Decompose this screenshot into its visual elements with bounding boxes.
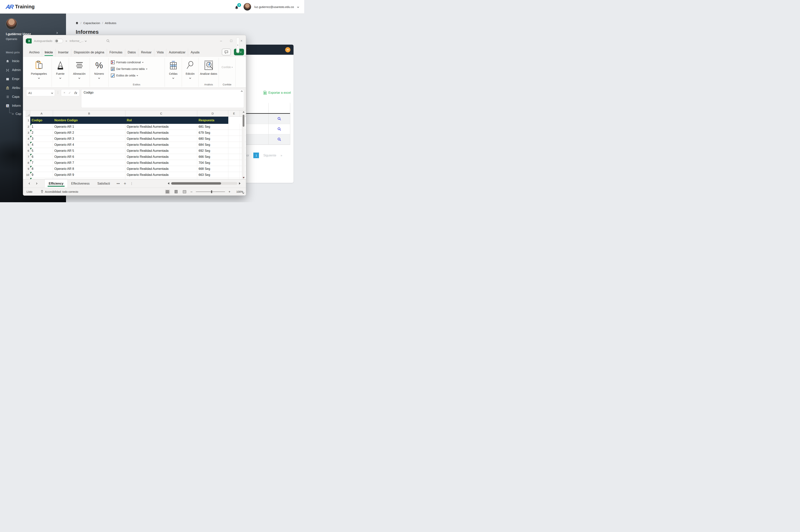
orange-status-icon[interactable] — [285, 47, 290, 52]
user-avatar[interactable] — [244, 3, 251, 11]
header-cell-nombre[interactable]: Nombre Codigo — [53, 117, 126, 124]
tab-ayuda[interactable]: Ayuda — [188, 49, 202, 56]
sheet-tab-effectiveness[interactable]: Effectiveness — [68, 179, 94, 188]
group-fuente[interactable]: Fuente — [52, 58, 69, 87]
tab-revisar[interactable]: Revisar — [138, 49, 154, 56]
ribbon-side-panel[interactable] — [236, 37, 240, 53]
name-box[interactable]: A1 — [26, 89, 55, 96]
search-detail-icon[interactable] — [277, 127, 282, 131]
zoom-slider-thumb[interactable] — [211, 190, 212, 193]
header-cell-empty[interactable] — [228, 117, 240, 124]
row-number[interactable]: 1 — [25, 117, 30, 124]
home-breadcrumb-icon[interactable] — [75, 21, 79, 25]
hscrollbar-thumb[interactable] — [171, 182, 221, 185]
notifications-button[interactable]: 0 — [234, 3, 240, 10]
scrollbar-thumb[interactable] — [243, 115, 244, 127]
tab-formulas[interactable]: Fórmulas — [107, 49, 125, 56]
tab-disposicion[interactable]: Disposición de página — [71, 49, 107, 56]
confirm-entry-icon[interactable]: ✓ — [68, 91, 71, 95]
maximize-button[interactable]: □ — [230, 39, 232, 43]
insert-function-button[interactable]: fx — [74, 91, 77, 95]
column-header-a[interactable]: A — [30, 110, 53, 116]
table-row[interactable]: 6 5 Operario AR 5 Operario Realidad Aume… — [25, 148, 246, 154]
tab-archivo[interactable]: Archivo — [26, 49, 42, 56]
tab-insertar[interactable]: Insertar — [56, 49, 71, 56]
zoom-slider[interactable] — [196, 192, 225, 192]
autosave-toggle[interactable] — [55, 39, 63, 43]
hidden-sheets-icon[interactable]: ••• — [116, 182, 120, 185]
row-number[interactable]: 9 — [25, 166, 30, 172]
spreadsheet-grid[interactable]: A B C D E 1 Codigo Nombre Codigo Rol Res… — [23, 110, 246, 179]
pagination-last[interactable]: » — [281, 154, 282, 157]
header-cell-codigo[interactable]: Codigo — [30, 117, 53, 124]
normal-view-button[interactable] — [165, 189, 170, 194]
table-row[interactable]: 9 8 Operario AR 8 Operario Realidad Aume… — [25, 166, 246, 172]
sheet-tab-efficiency[interactable]: Efficiency — [45, 179, 68, 188]
row-number[interactable]: 5 — [25, 142, 30, 148]
column-header-d[interactable]: D — [197, 110, 228, 116]
page-break-view-button[interactable] — [182, 189, 187, 194]
pagination-page-1[interactable]: 1 — [253, 153, 259, 158]
tab-automatizar[interactable]: Automatizar — [166, 49, 188, 56]
titlebar-chevrons[interactable]: » — [65, 39, 67, 43]
row-number[interactable]: 2 — [25, 124, 30, 130]
accessibility-status[interactable]: Accesibilidad: todo correcto — [41, 190, 78, 193]
table-row[interactable]: 4 3 Operario AR 3 Operario Realidad Aume… — [25, 136, 246, 142]
table-row[interactable]: 5 4 Operario AR 4 Operario Realidad Aume… — [25, 142, 246, 148]
table-row[interactable]: 8 7 Operario AR 7 Operario Realidad Aume… — [25, 160, 246, 166]
row-number[interactable]: 6 — [25, 148, 30, 154]
brand[interactable]: AR Training — [6, 3, 35, 10]
row-number[interactable]: 4 — [25, 136, 30, 142]
formato-condicional-button[interactable]: Formato condicional — [111, 60, 143, 64]
group-edicion[interactable]: Edición — [182, 58, 198, 87]
select-all-corner[interactable] — [25, 110, 30, 116]
row-number[interactable]: 10 — [25, 172, 30, 178]
header-cell-rol[interactable]: Rol — [126, 117, 197, 124]
search-detail-icon[interactable] — [277, 117, 282, 121]
tab-vista[interactable]: Vista — [154, 49, 166, 56]
dar-formato-tabla-button[interactable]: Dar formato como tabla — [111, 67, 147, 71]
sheet-prev-icon[interactable] — [29, 183, 31, 185]
estilos-celda-button[interactable]: Estilos de celda — [111, 74, 138, 77]
table-row[interactable]: 10 9 Operario AR 9 Operario Realidad Aum… — [25, 172, 246, 178]
pagination-next[interactable]: Siguiente — [263, 154, 276, 157]
sheet-next-icon[interactable] — [36, 183, 37, 185]
table-row[interactable]: 7 6 Operario AR 6 Operario Realidad Aume… — [25, 154, 246, 160]
zoom-out-button[interactable]: – — [191, 190, 192, 194]
scroll-right-icon[interactable] — [239, 182, 241, 185]
row-number[interactable]: 3 — [25, 130, 30, 136]
scroll-left-icon[interactable] — [168, 182, 169, 185]
breadcrumb-capacitacion[interactable]: Capacitacion — [83, 21, 100, 25]
row-number[interactable]: 8 — [25, 160, 30, 166]
cancel-entry-icon[interactable]: × — [63, 91, 65, 95]
column-header-e[interactable]: E — [228, 110, 240, 116]
column-header-c[interactable]: C — [126, 110, 197, 116]
table-row[interactable]: 3 2 Operario AR 2 Operario Realidad Aume… — [25, 130, 246, 136]
breadcrumb-atributos[interactable]: Atributos — [105, 21, 116, 25]
formula-bar-input[interactable]: Codigo — [81, 89, 244, 108]
comments-button[interactable] — [222, 49, 231, 55]
group-numero[interactable]: % Número — [90, 58, 109, 87]
sheet-tab-satisfaction[interactable]: Satisfacti — [93, 179, 114, 188]
sheet-menu-icon[interactable]: ⋮ — [130, 182, 133, 185]
export-excel-link[interactable]: Exportar a excel — [263, 91, 291, 95]
column-header-b[interactable]: B — [53, 110, 126, 116]
search-detail-icon[interactable] — [277, 137, 282, 141]
row-number[interactable]: 7 — [25, 154, 30, 160]
group-alineacion[interactable]: Alineación — [69, 58, 90, 87]
group-analizar-datos[interactable]: Analizar datos Análisis — [198, 58, 219, 87]
tab-inicio[interactable]: Inicio — [42, 49, 56, 56]
group-celdas[interactable]: Celdas — [165, 58, 182, 87]
add-sheet-button[interactable]: + — [123, 181, 126, 186]
table-row[interactable]: 2 1 Operario AR 1 Operario Realidad Aume… — [25, 124, 246, 130]
header-cell-respuesta[interactable]: Respuesta — [197, 117, 228, 124]
group-portapapeles[interactable]: Portapapeles — [26, 58, 52, 87]
document-name[interactable]: Informe_... — [70, 39, 87, 42]
scroll-down-icon[interactable] — [243, 177, 245, 178]
vertical-scrollbar[interactable] — [242, 110, 245, 179]
zoom-level[interactable]: 100% — [234, 190, 243, 193]
user-menu-caret-icon[interactable] — [297, 6, 299, 8]
horizontal-scrollbar[interactable] — [168, 182, 241, 185]
scroll-up-icon[interactable] — [243, 111, 245, 113]
page-layout-view-button[interactable] — [174, 189, 178, 194]
